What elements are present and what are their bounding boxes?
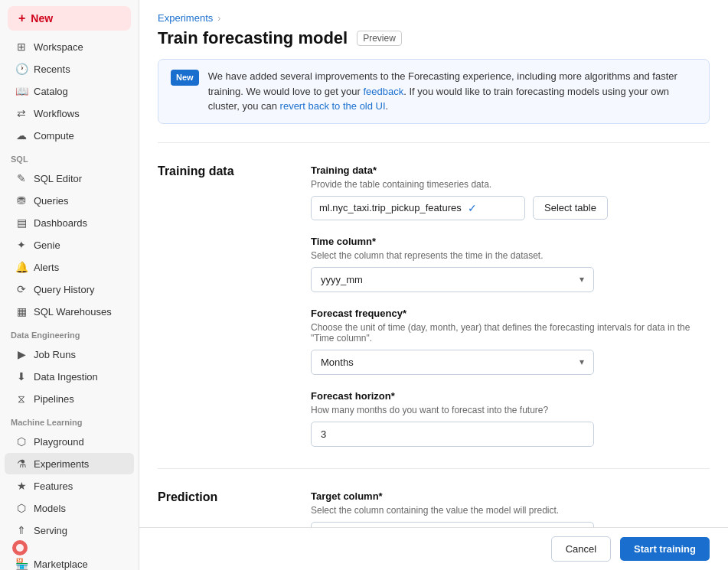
- new-badge: New: [171, 70, 199, 86]
- sidebar-item-experiments[interactable]: ⚗ Experiments: [5, 453, 134, 474]
- sidebar-item-dashboards[interactable]: ▤ Dashboards: [5, 212, 134, 233]
- sidebar-item-models[interactable]: ⬡ Models: [5, 497, 134, 519]
- sidebar-item-catalog[interactable]: 📖 Catalog: [5, 80, 134, 102]
- sidebar-item-label: SQL Editor: [34, 173, 82, 184]
- sidebar-item-label: Catalog: [34, 86, 68, 97]
- sidebar-item-pipelines[interactable]: ⧖ Pipelines: [5, 388, 134, 409]
- forecast-horizon-field: Forecast horizon* How many months do you…: [311, 390, 710, 447]
- workspace-icon: ⊞: [15, 41, 28, 53]
- page-title: Train forecasting model: [158, 28, 348, 48]
- main-content: Experiments › Train forecasting model Pr…: [139, 0, 728, 570]
- sidebar-item-features[interactable]: ★ Features: [5, 475, 134, 497]
- sidebar-item-label: Compute: [34, 130, 74, 142]
- breadcrumb-separator: ›: [217, 13, 220, 24]
- sidebar-item-sql-warehouses[interactable]: ▦ SQL Warehouses: [5, 301, 134, 322]
- sidebar-item-label: Models: [34, 503, 66, 514]
- forecast-frequency-select[interactable]: Months ▾: [311, 350, 594, 375]
- time-column-field: Time column* Select the column that repr…: [311, 236, 710, 292]
- training-data-section: Training data Training data* Provide the…: [158, 142, 710, 468]
- revert-link[interactable]: revert back to the old UI: [280, 100, 386, 112]
- forecast-horizon-input[interactable]: [311, 422, 594, 447]
- models-icon: ⬡: [15, 502, 28, 514]
- workflows-icon: ⇄: [15, 107, 28, 119]
- alerts-icon: 🔔: [15, 261, 28, 273]
- experiments-icon: ⚗: [15, 458, 28, 470]
- sidebar-section-ml: ⬡ Playground ⚗ Experiments ★ Features ⬡ …: [0, 430, 139, 542]
- breadcrumb: Experiments ›: [158, 0, 710, 28]
- preview-badge: Preview: [357, 31, 402, 46]
- marketplace-icon: 🏪: [15, 558, 28, 570]
- job-runs-icon: ▶: [15, 348, 28, 360]
- sidebar: + New ⊞ Workspace 🕐 Recents 📖 Catalog ⇄ …: [0, 0, 139, 570]
- sidebar-item-queries[interactable]: ⛃ Queries: [5, 190, 134, 211]
- sidebar-item-serving[interactable]: ⇑ Serving: [5, 520, 134, 541]
- sidebar-item-label: Query History: [34, 284, 94, 295]
- sidebar-section-de: ▶ Job Runs ⬇ Data Ingestion ⧖ Pipelines: [0, 343, 139, 410]
- cancel-button[interactable]: Cancel: [551, 536, 611, 562]
- forecast-horizon-desc: How many months do you want to forecast …: [311, 405, 710, 415]
- sidebar-item-label: Serving: [34, 525, 67, 536]
- training-data-input[interactable]: ml.nyc_taxi.trip_pickup_features ✓: [311, 196, 525, 220]
- sidebar-section-sql-label: SQL: [0, 147, 139, 167]
- sidebar-item-label: Marketplace: [34, 559, 88, 570]
- info-banner: New We have added several improvements t…: [158, 59, 710, 124]
- sidebar-item-label: Data Ingestion: [34, 371, 98, 383]
- sidebar-item-playground[interactable]: ⬡ Playground: [5, 431, 134, 452]
- forecast-frequency-chevron: ▾: [579, 357, 584, 367]
- sidebar-item-label: SQL Warehouses: [34, 306, 112, 318]
- training-section-title: Training data: [158, 164, 311, 447]
- query-history-icon: ⟳: [15, 283, 28, 295]
- catalog-icon: 📖: [15, 85, 28, 97]
- sidebar-item-label: Job Runs: [34, 349, 76, 360]
- data-ingestion-icon: ⬇: [15, 370, 28, 383]
- plus-icon: +: [18, 11, 25, 25]
- sidebar-item-data-ingestion[interactable]: ⬇ Data Ingestion: [5, 366, 134, 387]
- target-column-label: Target column*: [311, 490, 710, 502]
- time-column-desc: Select the column that represents the ti…: [311, 250, 710, 261]
- sidebar-item-label: Workspace: [34, 41, 83, 53]
- training-data-desc: Provide the table containing timeseries …: [311, 179, 710, 190]
- page-title-row: Train forecasting model Preview: [158, 28, 710, 48]
- new-label: New: [31, 12, 53, 24]
- banner-text: We have added several improvements to th…: [208, 69, 697, 114]
- start-training-button[interactable]: Start training: [620, 537, 710, 561]
- forecast-frequency-field: Forecast frequency* Choose the unit of t…: [311, 308, 710, 375]
- sidebar-item-job-runs[interactable]: ▶ Job Runs: [5, 344, 134, 365]
- compute-icon: ☁: [15, 129, 28, 142]
- features-icon: ★: [15, 480, 28, 492]
- content-area: Experiments › Train forecasting model Pr…: [139, 0, 728, 570]
- forecast-frequency-label: Forecast frequency*: [311, 308, 710, 319]
- serving-icon: ⇑: [15, 524, 28, 536]
- sidebar-item-alerts[interactable]: 🔔 Alerts: [5, 256, 134, 278]
- check-icon: ✓: [468, 202, 477, 214]
- sidebar-item-recents[interactable]: 🕐 Recents: [5, 58, 134, 80]
- sidebar-item-query-history[interactable]: ⟳ Query History: [5, 278, 134, 300]
- breadcrumb-experiments[interactable]: Experiments: [158, 12, 213, 24]
- new-button[interactable]: + New: [8, 6, 131, 31]
- training-data-label: Training data*: [311, 164, 710, 176]
- sidebar-item-label: Queries: [34, 195, 69, 207]
- sidebar-item-label: Recents: [34, 64, 70, 75]
- training-data-row: ml.nyc_taxi.trip_pickup_features ✓ Selec…: [311, 196, 710, 220]
- sidebar-item-label: Pipelines: [34, 393, 74, 405]
- sidebar-item-workflows[interactable]: ⇄ Workflows: [5, 103, 134, 124]
- sidebar-item-workspace[interactable]: ⊞ Workspace: [5, 36, 134, 57]
- queries-icon: ⛃: [15, 194, 28, 207]
- sidebar-item-label: Dashboards: [34, 217, 87, 229]
- training-data-value: ml.nyc_taxi.trip_pickup_features: [319, 202, 462, 213]
- time-column-chevron: ▾: [579, 274, 584, 285]
- sidebar-section-ml-label: Machine Learning: [0, 410, 139, 430]
- sidebar-item-genie[interactable]: ✦ Genie: [5, 234, 134, 256]
- sidebar-item-label: Features: [34, 480, 73, 492]
- pipelines-icon: ⧖: [15, 392, 28, 405]
- time-column-value: yyyy_mm: [321, 274, 363, 285]
- sidebar-item-sql-editor[interactable]: ✎ SQL Editor: [5, 168, 134, 189]
- sidebar-section-de-label: Data Engineering: [0, 323, 139, 343]
- sidebar-section-main: ⊞ Workspace 🕐 Recents 📖 Catalog ⇄ Workfl…: [0, 35, 139, 147]
- select-table-button[interactable]: Select table: [533, 196, 608, 220]
- time-column-select[interactable]: yyyy_mm ▾: [311, 267, 594, 292]
- forecast-frequency-value: Months: [321, 357, 354, 368]
- sidebar-item-compute[interactable]: ☁ Compute: [5, 125, 134, 146]
- sidebar-item-label: Alerts: [34, 262, 59, 273]
- feedback-link[interactable]: feedback: [363, 86, 403, 97]
